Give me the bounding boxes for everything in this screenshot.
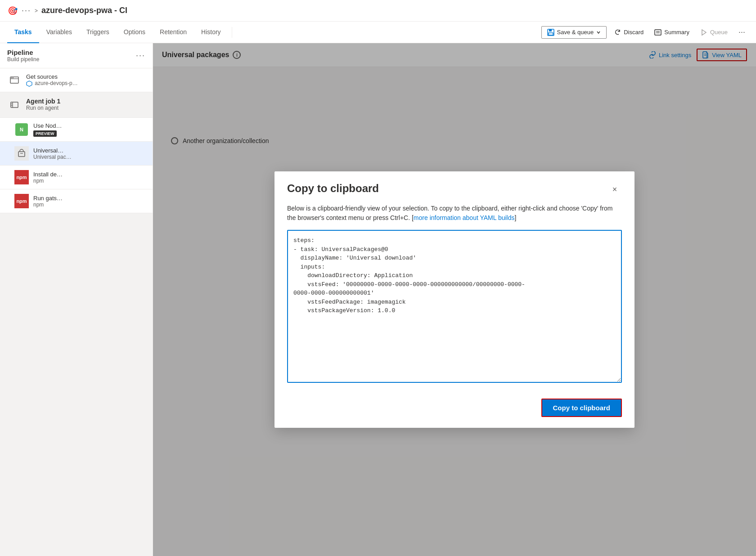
pipeline-more-button[interactable]: ···	[136, 51, 145, 60]
modal-close-button[interactable]: ×	[608, 182, 622, 197]
agent-job-text: Agent job 1 Run on agent	[26, 98, 60, 111]
yaml-content-textarea[interactable]: steps: - task: UniversalPackages@0 displ…	[287, 230, 622, 383]
save-queue-button[interactable]: Save & queue	[541, 26, 607, 39]
universal-packages-item[interactable]: Universal… Universal pac…	[0, 142, 153, 166]
yaml-builds-link[interactable]: more information about YAML builds	[414, 214, 515, 221]
use-node-title: Use Nod…	[33, 122, 145, 129]
get-sources-icon	[7, 73, 22, 87]
discard-button[interactable]: Discard	[610, 27, 647, 38]
modal-description: Below is a clipboard-friendly view of yo…	[287, 204, 622, 223]
modal-header: Copy to clipboard ×	[274, 171, 634, 204]
install-dependencies-title: Install de…	[33, 171, 145, 178]
run-gatsby-text: Run gats… npm	[33, 195, 145, 208]
svg-marker-6	[702, 30, 706, 35]
agent-job-title: Agent job 1	[26, 98, 60, 105]
use-node-text: Use Nod… PREVIEW	[33, 122, 145, 137]
modal-title: Copy to clipboard	[287, 182, 379, 195]
npm-icon-install: npm	[14, 170, 29, 184]
use-node-icon: N	[14, 122, 29, 137]
universal-packages-title: Universal…	[33, 147, 145, 154]
get-sources-subtitle: azure-devops-p…	[26, 80, 145, 87]
page-title: azure-devops-pwa - CI	[41, 6, 127, 15]
nav-tabs: Tasks Variables Triggers Options Retenti…	[0, 22, 756, 43]
svg-rect-12	[11, 102, 18, 108]
use-node-item[interactable]: N Use Nod… PREVIEW	[0, 118, 153, 142]
svg-rect-2	[549, 33, 553, 35]
universal-packages-subtitle: Universal pac…	[33, 154, 145, 160]
queue-icon	[700, 29, 707, 36]
tab-options[interactable]: Options	[117, 22, 153, 43]
nav-divider	[232, 27, 232, 38]
main-layout: Pipeline Build pipeline ··· Get sources …	[0, 43, 756, 556]
copy-clipboard-modal: Copy to clipboard × Below is a clipboard…	[274, 171, 634, 428]
run-gatsby-item[interactable]: npm Run gats… npm	[0, 189, 153, 213]
modal-body: Below is a clipboard-friendly view of yo…	[274, 204, 634, 391]
pipeline-info: Pipeline Build pipeline	[7, 49, 39, 63]
install-dependencies-item[interactable]: npm Install de… npm	[0, 166, 153, 189]
get-sources-item[interactable]: Get sources azure-devops-p…	[0, 68, 153, 92]
pipeline-title: Pipeline	[7, 49, 39, 56]
agent-job-item[interactable]: Agent job 1 Run on agent	[0, 92, 153, 118]
breadcrumb-dots[interactable]: ···	[22, 6, 31, 15]
summary-icon	[654, 29, 662, 36]
npm-icon-run: npm	[14, 194, 29, 208]
universal-packages-icon	[14, 146, 29, 161]
install-dependencies-text: Install de… npm	[33, 171, 145, 184]
get-sources-title: Get sources	[26, 73, 145, 80]
svg-rect-1	[549, 29, 552, 31]
left-panel: Pipeline Build pipeline ··· Get sources …	[0, 43, 153, 556]
install-dependencies-subtitle: npm	[33, 178, 145, 184]
app-icon: 🎯	[7, 5, 18, 16]
breadcrumb-chevron: >	[35, 8, 38, 14]
discard-icon	[614, 29, 621, 36]
summary-button[interactable]: Summary	[651, 27, 693, 38]
tab-history[interactable]: History	[194, 22, 228, 43]
run-gatsby-title: Run gats…	[33, 195, 145, 202]
modal-footer: Copy to clipboard	[274, 391, 634, 428]
svg-marker-11	[27, 81, 32, 86]
get-sources-text: Get sources azure-devops-p…	[26, 73, 145, 87]
pipeline-subtitle: Build pipeline	[7, 56, 39, 63]
nav-actions: Save & queue Discard Summary Queue ···	[541, 26, 749, 39]
use-node-badge: PREVIEW	[33, 129, 145, 137]
tab-tasks[interactable]: Tasks	[7, 22, 39, 43]
agent-job-icon	[7, 98, 22, 112]
svg-point-9	[11, 77, 12, 78]
pipeline-header: Pipeline Build pipeline ···	[0, 43, 153, 68]
run-gatsby-subtitle: npm	[33, 202, 145, 208]
svg-rect-16	[18, 152, 25, 157]
top-bar: 🎯 ··· > azure-devops-pwa - CI	[0, 0, 756, 22]
save-icon	[547, 29, 554, 36]
copy-clipboard-button[interactable]: Copy to clipboard	[541, 399, 622, 417]
universal-packages-text: Universal… Universal pac…	[33, 147, 145, 160]
agent-job-subtitle: Run on agent	[26, 105, 60, 111]
more-options-button[interactable]: ···	[735, 26, 749, 39]
modal-overlay: Copy to clipboard × Below is a clipboard…	[153, 43, 756, 556]
tab-variables[interactable]: Variables	[39, 22, 79, 43]
svg-point-10	[13, 77, 14, 78]
tab-retention[interactable]: Retention	[153, 22, 194, 43]
dropdown-chevron-icon	[596, 30, 601, 35]
tab-triggers[interactable]: Triggers	[79, 22, 117, 43]
queue-button[interactable]: Queue	[697, 27, 731, 38]
right-panel: Universal packages i Link settings View …	[153, 43, 756, 556]
svg-rect-3	[655, 30, 661, 35]
